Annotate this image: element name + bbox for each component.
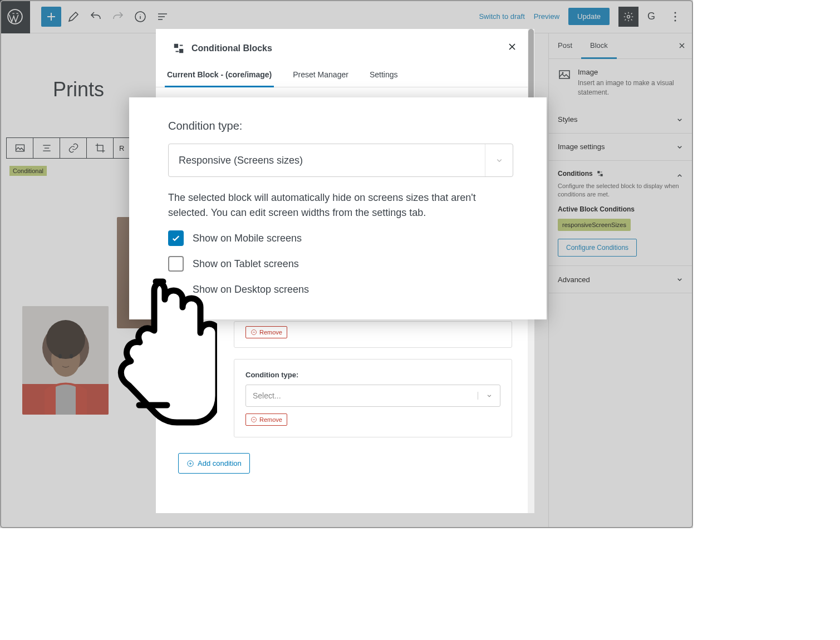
block-type-text: Insert an image to make a visual stateme… [578, 78, 684, 97]
checkbox-label: Show on Tablet screens [193, 258, 299, 270]
tab-post[interactable]: Post [549, 33, 581, 58]
sidebar-close-button[interactable] [677, 41, 686, 52]
checkmark-icon [171, 233, 181, 243]
scroll-thumb[interactable] [528, 29, 534, 101]
link-icon [68, 142, 79, 154]
tab-preset-manager[interactable]: Preset Manager [291, 63, 351, 87]
condition-description: The selected block will automatically hi… [168, 190, 513, 220]
svg-point-3 [675, 12, 676, 13]
svg-point-4 [675, 16, 676, 17]
svg-rect-14 [559, 71, 569, 78]
conditions-header[interactable]: Conditions [558, 170, 684, 182]
chevron-down-icon [494, 155, 504, 165]
remove-condition-button[interactable]: Remove [245, 413, 287, 426]
portrait-image [22, 306, 109, 415]
block-type-title: Image [578, 68, 684, 76]
tab-settings[interactable]: Settings [367, 63, 400, 87]
editor-topbar: Switch to draft Preview Update G [0, 0, 693, 33]
remove-condition-button[interactable]: Remove [245, 326, 287, 338]
conditional-blocks-icon [173, 42, 185, 55]
gear-icon [623, 11, 634, 22]
section-label: Image settings [558, 142, 605, 151]
settings-button[interactable] [618, 7, 638, 27]
svg-rect-18 [174, 44, 178, 48]
condition-type-label: Condition type: [245, 371, 500, 379]
image-block-icon-button[interactable] [7, 138, 33, 158]
conditions-icon [596, 170, 604, 178]
condition-type-select[interactable]: Select... [245, 385, 500, 407]
svg-rect-19 [179, 49, 183, 53]
switch-to-draft-link[interactable]: Switch to draft [479, 12, 524, 21]
svg-rect-16 [597, 171, 600, 173]
info-button[interactable] [130, 7, 150, 27]
sidebar-section-styles[interactable]: Styles [549, 106, 693, 134]
modal-close-button[interactable] [507, 41, 518, 56]
active-conditions-label: Active Block Conditions [558, 205, 684, 213]
svg-rect-17 [600, 174, 602, 176]
condition-type-dropdown[interactable]: Responsive (Screens sizes) [168, 144, 513, 177]
add-condition-button[interactable]: Add condition [178, 453, 250, 474]
info-icon [134, 10, 147, 23]
undo-icon [89, 10, 102, 23]
svg-point-2 [627, 15, 630, 18]
edit-tool-button[interactable] [63, 7, 83, 27]
select-arrow [478, 392, 500, 400]
chevron-down-icon [675, 275, 684, 284]
toolbar-last-label[interactable]: R [114, 138, 130, 158]
svg-point-13 [70, 354, 73, 358]
image-block-2[interactable] [22, 306, 109, 415]
sidebar-tabs: Post Block [549, 33, 693, 59]
minus-circle-icon [250, 329, 257, 336]
svg-point-12 [58, 354, 62, 358]
block-toolbar: R [6, 137, 130, 159]
dropdown-selected-value: Responsive (Screens sizes) [169, 155, 485, 166]
wordpress-logo[interactable] [0, 0, 30, 33]
plus-circle-icon [186, 460, 194, 467]
list-icon [156, 10, 169, 23]
close-icon [507, 41, 518, 52]
configure-conditions-button[interactable]: Configure Conditions [558, 239, 637, 257]
align-button[interactable] [33, 138, 60, 158]
preview-link[interactable]: Preview [534, 12, 559, 21]
svg-point-11 [46, 320, 85, 359]
condition-card-2: Condition type: Select... Remove [234, 359, 512, 437]
link-button[interactable] [60, 138, 87, 158]
more-options-button[interactable] [665, 7, 685, 27]
crop-button[interactable] [87, 138, 114, 158]
checkbox-input[interactable] [168, 230, 184, 246]
chevron-down-icon [675, 115, 684, 124]
sidebar-section-advanced[interactable]: Advanced [549, 266, 693, 293]
dots-vertical-icon [669, 10, 682, 23]
checkbox-show-tablet[interactable]: Show on Tablet screens [168, 256, 513, 272]
checkbox-show-desktop[interactable]: Show on Desktop screens [168, 282, 513, 297]
update-button[interactable]: Update [568, 8, 610, 25]
chevron-down-icon [675, 142, 684, 151]
tab-block[interactable]: Block [581, 33, 617, 59]
svg-point-15 [562, 72, 564, 74]
svg-rect-6 [16, 145, 24, 151]
block-description: Image Insert an image to make a visual s… [549, 59, 693, 106]
wordpress-icon [7, 9, 23, 24]
pencil-icon [67, 10, 80, 23]
add-block-button[interactable] [41, 7, 61, 27]
checkbox-show-mobile[interactable]: Show on Mobile screens [168, 230, 513, 246]
image-icon [558, 68, 571, 81]
plus-icon [45, 10, 58, 23]
tab-current-block[interactable]: Current Block - (core/image) [165, 63, 274, 87]
condition-card-1: Remove [234, 321, 512, 348]
svg-point-5 [675, 19, 676, 21]
active-condition-pill: responsiveScreenSizes [558, 219, 631, 231]
condition-type-label: Condition type: [168, 120, 513, 132]
undo-button[interactable] [86, 7, 106, 27]
chevron-up-icon [675, 171, 684, 180]
checkbox-input[interactable] [168, 256, 184, 272]
dropdown-arrow [485, 144, 513, 176]
g-icon[interactable]: G [647, 11, 655, 22]
chevron-down-icon [485, 392, 493, 400]
editor-sidebar: Post Block Image Insert an image to make… [548, 33, 693, 528]
list-view-button[interactable] [153, 7, 173, 27]
sidebar-section-image-settings[interactable]: Image settings [549, 134, 693, 161]
select-placeholder: Select... [246, 391, 478, 400]
redo-button[interactable] [108, 7, 128, 27]
section-label: Styles [558, 115, 577, 124]
